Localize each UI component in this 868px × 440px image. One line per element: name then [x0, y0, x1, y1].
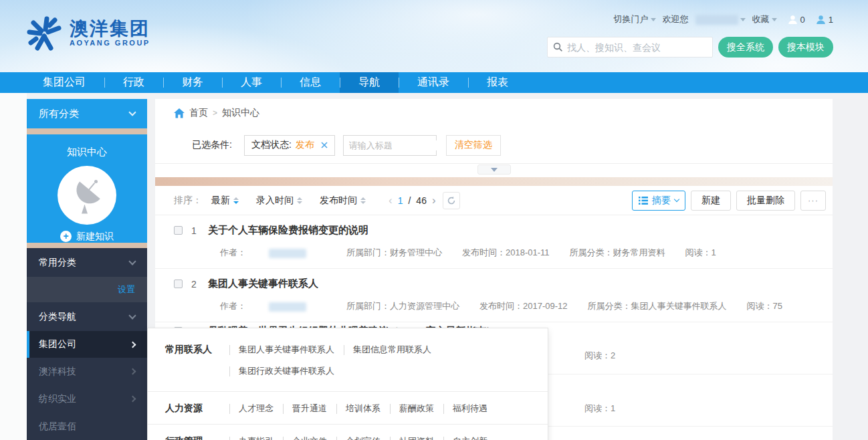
close-icon[interactable] [321, 142, 328, 148]
meta-department: 所属部门：人力资源管理中心 [346, 300, 459, 312]
breadcrumb-current: 知识中心 [222, 107, 259, 119]
user-name-menu[interactable] [695, 14, 746, 25]
flyout-category: 人力资源 [165, 392, 229, 415]
flyout-item[interactable]: 集团人事关键事件联系人 [229, 339, 344, 360]
sort-label: 排序： [174, 195, 202, 207]
flyout-item[interactable]: 薪酬政策 [390, 398, 443, 419]
clear-filters-button[interactable]: 清空筛选 [446, 135, 501, 156]
flyout-category: 行政管理 [165, 425, 229, 440]
topbar: 切换门户 欢迎您 收藏 0 1 [614, 13, 833, 25]
new-button[interactable]: 新建 [691, 191, 731, 211]
view-mode-button[interactable]: 摘要 [632, 191, 685, 211]
row-number: 2 [189, 279, 199, 290]
flyout-item[interactable]: 社团资料 [390, 431, 443, 440]
collapse-row [155, 164, 833, 177]
sidebar-all-categories[interactable]: 所有分类 [27, 99, 147, 128]
sidebar-org-group-company[interactable]: 集团公司 [27, 331, 147, 358]
page-separator: / [408, 195, 411, 206]
switch-portal-link[interactable]: 切换门户 [614, 13, 656, 25]
nav-item-reports[interactable]: 报表 [468, 72, 527, 93]
nav-item-contacts[interactable]: 通讯录 [399, 72, 468, 93]
row-meta: 作者： 所属部门：人力资源管理中心 发布时间：2017-09-12 所属分类：集… [220, 300, 833, 312]
more-actions-button[interactable]: ··· [800, 191, 826, 211]
tan-divider [27, 243, 147, 248]
flyout-item[interactable]: 自主创新 [443, 431, 497, 440]
global-search-box [547, 37, 713, 58]
module-title: 知识中心 [27, 134, 147, 158]
flyout-item[interactable]: 晋升通道 [283, 398, 336, 419]
home-icon[interactable] [174, 108, 185, 118]
row-checkbox[interactable] [174, 226, 183, 235]
sort-arrows-icon [233, 197, 239, 204]
online-white-indicator[interactable]: 0 [788, 15, 805, 25]
favorites-link[interactable]: 收藏 [752, 13, 777, 25]
meta-category: 所属分类：集团人事关键事件联系人 [588, 300, 727, 312]
sidebar-category-nav[interactable]: 分类导航 [27, 302, 147, 331]
sort-entry-time[interactable]: 录入时间 [256, 195, 302, 207]
logo-en: AOYANG GROUP [70, 39, 150, 47]
search-all-system-button[interactable]: 搜全系统 [718, 37, 773, 58]
flyout-row-admin: 行政管理 办事指引 企业文件 企划宣传 社团资料 自主创新 党务工作 重大活动资… [148, 424, 548, 440]
user-name-blurred [695, 15, 738, 25]
breadcrumb-separator: > [213, 108, 217, 118]
selected-conditions-label: 已选条件: [192, 139, 232, 151]
sidebar-settings-link[interactable]: 设置 [27, 277, 147, 302]
breadcrumb: 首页 > 知识中心 [155, 99, 833, 127]
refresh-icon [447, 196, 456, 205]
flyout-row-hr: 人力资源 人才理念 晋升通道 培训体系 薪酬政策 福利待遇 [148, 391, 548, 424]
sort-publish-time[interactable]: 发布时间 [320, 195, 366, 207]
nav-item-hr[interactable]: 人事 [222, 72, 281, 93]
logo: 澳洋集团 AOYANG GROUP [25, 13, 150, 52]
chevron-down-icon [651, 18, 656, 21]
new-knowledge-button[interactable]: + 新建知识 [27, 231, 147, 243]
refresh-button[interactable] [443, 192, 460, 209]
flyout-item[interactable]: 办事指引 [229, 431, 283, 440]
sidebar-common-categories[interactable]: 常用分类 [27, 248, 147, 277]
nav-item-finance[interactable]: 财务 [163, 72, 222, 93]
meta-reads: 阅读：2 [584, 350, 615, 362]
prev-page-button[interactable]: ‹ [389, 194, 393, 207]
search-icon [553, 42, 563, 52]
meta-author: 作者： [220, 300, 326, 312]
plus-icon: + [60, 231, 72, 242]
breadcrumb-home[interactable]: 首页 [189, 107, 208, 119]
sidebar-org-aoyang-tech[interactable]: 澳洋科技 [27, 358, 147, 385]
flyout-item[interactable]: 集团行政关键事件联系人 [229, 360, 344, 382]
nav-item-group-company[interactable]: 集团公司 [24, 72, 104, 93]
category-flyout-menu: 常用联系人 集团人事关键事件联系人 集团信息常用联系人 集团行政关键事件联系人 … [147, 328, 548, 440]
flyout-item[interactable]: 人才理念 [229, 398, 283, 419]
nav-item-navigation-active[interactable]: 导航 [340, 72, 399, 93]
chevron-down-icon [128, 312, 136, 319]
chevron-right-icon [130, 341, 136, 348]
online-blue-indicator[interactable]: 1 [816, 15, 833, 25]
batch-delete-button[interactable]: 批量删除 [736, 191, 795, 211]
sort-newest[interactable]: 最新 [211, 195, 239, 207]
row-checkbox[interactable] [174, 280, 183, 288]
flyout-item[interactable]: 企划宣传 [336, 431, 390, 440]
collapse-filters-tab[interactable] [477, 164, 511, 175]
welcome-label: 欢迎您 [663, 13, 689, 25]
chevron-down-icon [772, 18, 777, 21]
meta-department: 所属部门：财务管理中心 [346, 247, 442, 259]
logo-starburst-icon [25, 13, 63, 52]
row-title[interactable]: 关于个人车辆保险费报销变更的说明 [208, 224, 368, 237]
flyout-item[interactable]: 集团信息常用联系人 [344, 339, 441, 360]
list-item-2[interactable]: 2 集团人事关键事件联系人 作者： 所属部门：人力资源管理中心 发布时间：201… [155, 269, 833, 322]
title-search-box [343, 135, 437, 156]
nav-item-information[interactable]: 信息 [281, 72, 340, 93]
list-item-1[interactable]: 1 关于个人车辆保险费报销变更的说明 作者： 所属部门：财务管理中心 发布时间：… [155, 215, 833, 269]
meta-reads: 阅读：75 [747, 300, 782, 312]
nav-item-administration[interactable]: 行政 [104, 72, 163, 93]
flyout-item[interactable]: 企业文件 [283, 431, 336, 440]
row-title[interactable]: 集团人事关键事件联系人 [208, 278, 318, 290]
flyout-item[interactable]: 福利待遇 [443, 398, 497, 419]
global-search-row: 搜全系统 搜本模块 [547, 37, 833, 58]
left-gutter [0, 93, 27, 440]
sidebar-org-textile[interactable]: 纺织实业 [27, 385, 147, 413]
search-this-module-button[interactable]: 搜本模块 [778, 37, 833, 58]
global-search-input[interactable] [567, 42, 707, 53]
sidebar-org-youju[interactable]: 优居壹佰 [27, 413, 147, 440]
flyout-item[interactable]: 培训体系 [336, 398, 390, 419]
toolbar-actions: 摘要 新建 批量删除 ··· [632, 191, 826, 211]
next-page-button[interactable]: › [432, 194, 436, 207]
